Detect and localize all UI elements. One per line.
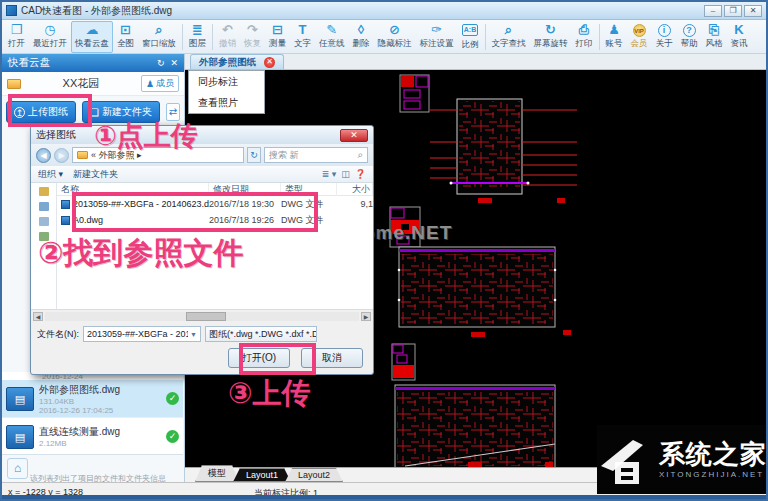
forward-button[interactable]: ▶ — [54, 148, 69, 163]
tab-layout2[interactable]: Layout2 — [285, 468, 343, 482]
toolbar-text-button[interactable]: T文字 — [290, 21, 315, 53]
toolbar-label: 全图 — [117, 38, 134, 50]
toolbar-help-button[interactable]: ?帮助 — [677, 21, 702, 53]
toolbar-label: 测量 — [269, 38, 286, 50]
maximize-button[interactable]: ❐ — [724, 5, 742, 17]
toolbar-vip-button[interactable]: VIP会员 — [627, 21, 652, 53]
toolbar-recent-open-button[interactable]: ◷最近打开 — [29, 21, 71, 53]
close-button[interactable]: ✕ — [744, 5, 762, 17]
minimize-button[interactable]: – — [704, 5, 722, 17]
style-icon: ⎘ — [709, 23, 719, 37]
scrollbar-thumb[interactable] — [186, 312, 226, 321]
dialog-address-bar: ◀ ▶ « 外部参照 ▸ ↻ 搜索 新 ⌕ — [31, 144, 373, 166]
scroll-right-arrow[interactable]: ▶ — [361, 312, 371, 321]
toolbar-rotate-screen-button[interactable]: ↻屏幕旋转 — [530, 21, 572, 53]
organize-button[interactable]: 组织 ▾ — [38, 168, 63, 181]
document-tab-bar: 外部参照图纸 ✕ — [185, 54, 766, 70]
horizontal-scrollbar[interactable]: ◀ ▶ — [31, 309, 373, 322]
cloud-panel-header: 快看云盘 ↻ ✕ — [2, 54, 184, 72]
toolbar-style-button[interactable]: ⎘风格 — [702, 21, 727, 53]
tab-layout1[interactable]: Layout1 — [233, 468, 291, 482]
app-window: CAD快速看图 - 外部参照图纸.dwg – ❐ ✕ ❒打开◷最近打开☁快看云盘… — [0, 0, 768, 501]
annotation-step1: ①点上传 — [94, 118, 198, 154]
toolbar-label: 账号 — [606, 38, 623, 50]
folder-icon — [77, 151, 88, 159]
freeline-icon: ✎ — [326, 23, 337, 37]
menu-item-view-photos[interactable]: 查看照片 — [189, 92, 264, 113]
file-name: 直线连续测量.dwg — [39, 425, 166, 439]
toolbar-label: 资讯 — [731, 38, 748, 50]
toolbar-undo-button: ↶撤销 — [215, 21, 240, 53]
home-button[interactable]: ⌂ — [7, 458, 28, 479]
account-icon: ♟ — [608, 23, 620, 37]
help-icon: ? — [683, 24, 696, 37]
toolbar-about-button[interactable]: i关于 — [652, 21, 677, 53]
tab-model[interactable]: 模型 — [195, 465, 239, 482]
toolbar-account-button[interactable]: ♟账号 — [602, 21, 627, 53]
close-icon[interactable]: ✕ — [170, 58, 178, 68]
toolbar-print-button[interactable]: ⎙打印 — [572, 21, 597, 53]
toolbar-hide-annotation-button[interactable]: ⊘隐藏标注 — [374, 21, 416, 53]
libraries-icon[interactable] — [39, 202, 49, 211]
file-name: 外部参照图纸.dwg — [39, 383, 166, 397]
filename-input[interactable]: 2013059-##-XBGFa - 2014062 ▼ — [83, 326, 201, 342]
site-watermark: ome.NET — [363, 222, 452, 244]
computer-icon[interactable] — [39, 217, 49, 226]
toolbar-label: 任意线 — [319, 38, 345, 50]
preview-pane-icon[interactable]: ◫ — [341, 169, 350, 179]
news-icon: K — [734, 23, 743, 37]
project-name[interactable]: XX花园 — [21, 76, 141, 91]
highlight-box-upload — [8, 94, 92, 127]
tab-close-icon[interactable]: ✕ — [264, 57, 275, 68]
synced-check-icon: ✓ — [166, 392, 179, 405]
scroll-left-arrow[interactable]: ◀ — [33, 312, 43, 321]
toolbar-label: 图层 — [189, 38, 206, 50]
dwg-file-icon — [61, 216, 70, 225]
toolbar-label: 比例 — [462, 39, 479, 51]
toolbar-label: 标注设置 — [420, 38, 454, 50]
back-button[interactable]: ◀ — [36, 148, 51, 163]
search-icon: ⌕ — [357, 149, 363, 161]
search-input[interactable]: 搜索 新 ⌕ — [264, 147, 368, 163]
members-button[interactable]: ♟ 成员 — [141, 75, 179, 92]
toolbar-cloud-drive-button[interactable]: ☁快看云盘 — [71, 21, 113, 53]
filename-label: 文件名(N): — [37, 328, 79, 341]
toolbar-label: 隐藏标注 — [378, 38, 412, 50]
person-icon: ♟ — [146, 79, 154, 89]
layers-icon: ≣ — [192, 23, 203, 37]
measure-icon: ⊟ — [272, 23, 283, 37]
column-size[interactable]: 大小 — [337, 183, 373, 196]
toolbar-label: 撤销 — [219, 38, 236, 50]
help-icon[interactable]: ❓ — [355, 169, 366, 179]
dialog-close-button[interactable]: ✕ — [340, 129, 368, 142]
file-size: 2.12MB — [39, 439, 166, 448]
toolbar-label: 会员 — [631, 38, 648, 50]
toolbar-layers-button[interactable]: ≣图层 — [185, 21, 210, 53]
cloud-file-item[interactable]: ▤ 外部参照图纸.dwg 131.04KB 2016-12-26 17:04:2… — [2, 380, 183, 418]
filetype-filter-select[interactable]: 图纸(*.dwg *.DWG *.dxf *.DX ▼ — [205, 326, 317, 342]
refresh-icon[interactable]: ↻ — [157, 58, 165, 68]
toolbar-measure-button[interactable]: ⊟测量 — [265, 21, 290, 53]
dialog-new-folder-button[interactable]: 新建文件夹 — [73, 168, 118, 181]
toolbar-text-search-button[interactable]: ⌕文字查找 — [488, 21, 530, 53]
favorites-icon[interactable] — [39, 187, 49, 196]
toolbar-fit-view-button[interactable]: ⊡全图 — [113, 21, 138, 53]
view-options-icon[interactable]: ≣ ▾ — [322, 169, 337, 179]
toolbar-window-zoom-button[interactable]: ⌕窗口缩放 — [138, 21, 180, 53]
toolbar-label: 窗口缩放 — [142, 38, 176, 50]
toolbar-freeline-button[interactable]: ✎任意线 — [315, 21, 349, 53]
menu-item-sync-annotations[interactable]: 同步标注 — [189, 71, 264, 92]
toolbar-news-button[interactable]: K资讯 — [727, 21, 752, 53]
toolbar-open-button[interactable]: ❒打开 — [4, 21, 29, 53]
toolbar-erase-button[interactable]: ◊删除 — [349, 21, 374, 53]
dialog-titlebar: 选择图纸 ✕ — [31, 126, 373, 144]
cloud-file-item[interactable]: ▤ 直线连续测量.dwg 2.12MB ✓ — [2, 418, 183, 456]
document-tab[interactable]: 外部参照图纸 ✕ — [190, 54, 284, 69]
toolbar-scale-button[interactable]: A:B比例 — [458, 21, 483, 53]
cloud-panel-title: 快看云盘 — [8, 56, 50, 70]
toolbar-annotation-settings-button[interactable]: ✑标注设置 — [416, 21, 458, 53]
refresh-button[interactable]: ↻ — [247, 147, 261, 163]
folder-icon — [7, 79, 21, 89]
window-title: CAD快速看图 - 外部参照图纸.dwg — [21, 4, 172, 18]
titlebar: CAD快速看图 - 外部参照图纸.dwg – ❐ ✕ — [2, 2, 766, 20]
